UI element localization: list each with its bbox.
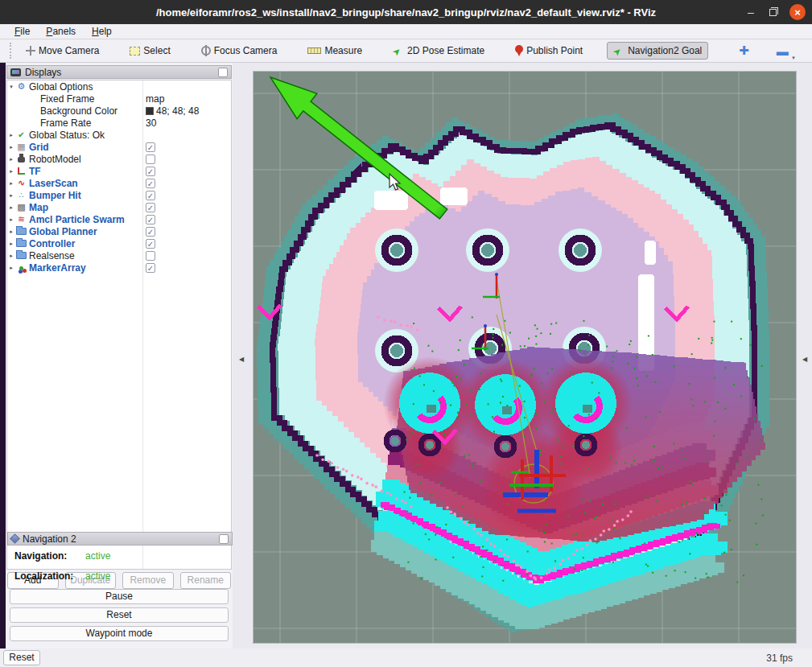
expander-icon[interactable]: ▸ [7,144,15,150]
nav2-panel-body: Navigation:activeLocalization:activePaus… [6,546,232,641]
amcl-icon [15,214,27,224]
display-row-bumper-hit[interactable]: ▸Bumper Hit✓ [7,189,231,201]
display-checkbox[interactable]: ✓ [146,167,155,176]
expander-icon[interactable]: ▸ [7,156,15,163]
display-label: Controller [27,238,75,249]
display-label: Background Color [39,105,117,117]
display-row-amcl-particle-swarm[interactable]: ▸Amcl Particle Swarm✓ [7,213,231,225]
displays-tree: ▾Global OptionsFixed FramemapBackground … [6,80,232,570]
menu-help[interactable]: Help [85,25,118,38]
toolbar-grip[interactable] [10,43,13,59]
nav2-panel-title: Navigation 2 [23,533,215,545]
tool-label-select: Select [143,45,170,56]
folder-icon [15,239,27,249]
folder-icon [15,251,27,261]
display-row-global-status-ok[interactable]: ▸Global Status: Ok [7,129,231,141]
right-collapse-handle[interactable]: ◀ [801,350,809,368]
tool-publish-point[interactable]: Publish Point [509,42,589,60]
value-text: map [146,93,164,105]
map-pin-icon [515,45,523,53]
expander-icon[interactable]: ▾ [7,84,15,90]
display-row-global-planner[interactable]: ▸Global Planner✓ [7,225,231,237]
expander-icon[interactable]: ▸ [7,265,15,271]
display-checkbox[interactable]: ✓ [146,239,155,249]
display-label: RobotModel [27,154,81,165]
time-reset-button[interactable]: Reset [3,650,40,665]
display-row-global-options[interactable]: ▾Global Options [7,80,231,93]
expander-icon[interactable]: ▸ [7,216,15,223]
focus-camera-icon [201,46,211,56]
folder-icon [15,227,27,237]
display-row-realsense[interactable]: ▸Realsense [7,249,231,261]
add-tool-button[interactable]: ✚ [739,43,749,58]
color-swatch [146,107,154,115]
property-value[interactable]: map [146,93,164,105]
left-collapse-handle[interactable]: ◀ [237,350,245,368]
status-label: Localization: [14,570,85,582]
tool-label-2d-pose-estimate: 2D Pose Estimate [407,45,484,56]
minimize-button[interactable]: – [745,8,756,16]
restore-button[interactable] [769,9,777,16]
display-checkbox[interactable]: ✓ [146,227,155,237]
expander-icon[interactable]: ▸ [7,168,15,175]
display-row-background-color[interactable]: Background Color48; 48; 48 [7,105,231,117]
markers-icon [15,263,27,273]
tool-move-camera[interactable]: Move Camera [19,42,105,60]
remove-tool-button[interactable]: ▬ ▾ [777,44,789,58]
tool-measure[interactable]: Measure [301,42,369,60]
display-row-markerarray[interactable]: ▸MarkerArray✓ [7,261,231,274]
display-checkbox[interactable]: ✓ [146,203,155,212]
close-button[interactable]: × [789,4,806,20]
tool-focus-camera[interactable]: Focus Camera [195,42,284,60]
measure-icon [307,47,321,54]
pause-button[interactable]: Pause [10,589,229,604]
robot-icon [15,154,27,164]
displays-icon [10,68,21,76]
display-checkbox[interactable]: ✓ [146,191,155,200]
expander-icon[interactable]: ▸ [7,192,15,199]
tool-label-focus-camera: Focus Camera [214,45,278,56]
display-row-robotmodel[interactable]: ▸RobotModel [7,153,231,165]
tool-caret-icon[interactable]: ▾ [792,55,795,61]
display-row-frame-rate[interactable]: Frame Rate30 [7,117,231,129]
displays-panel-header[interactable]: Displays [6,65,232,79]
nav2-panel-checkbox[interactable] [219,534,229,544]
display-checkbox[interactable]: ✓ [146,142,155,152]
display-label: Map [27,202,48,213]
tool-select[interactable]: Select [123,42,176,60]
nav2-panel-header[interactable]: Navigation 2 [7,532,233,546]
expander-icon[interactable]: ▸ [7,253,15,259]
display-row-laserscan[interactable]: ▸LaserScan✓ [7,177,231,189]
displays-panel-title: Displays [25,67,214,78]
display-row-tf[interactable]: ▸TF✓ [7,165,231,177]
display-label: TF [27,166,41,177]
menu-file[interactable]: File [8,25,36,38]
laser-icon [15,178,27,188]
reset-button[interactable]: Reset [10,607,229,623]
property-value[interactable]: 48; 48; 48 [146,105,199,117]
expander-icon[interactable]: ▸ [7,132,15,138]
display-row-grid[interactable]: ▸Grid✓ [7,141,231,153]
expander-icon[interactable]: ▸ [7,180,15,187]
display-row-map[interactable]: ▸Map✓ [7,201,231,213]
menu-panels[interactable]: Panels [39,25,82,38]
expander-icon[interactable]: ▸ [7,229,15,235]
display-checkbox[interactable] [146,154,155,164]
expander-icon[interactable]: ▸ [7,241,15,247]
displays-panel-checkbox[interactable] [218,68,228,77]
remove-tool-glyph: ▬ [777,44,789,58]
tool-navigation2-goal[interactable]: Navigation2 Goal [607,42,708,60]
grid-icon [15,142,27,152]
display-checkbox[interactable]: ✓ [146,215,155,224]
display-row-fixed-frame[interactable]: Fixed Framemap [7,93,231,105]
waypoint-mode-button[interactable]: Waypoint mode [10,626,229,641]
render-viewport[interactable] [253,71,797,644]
display-row-controller[interactable]: ▸Controller✓ [7,237,231,249]
tool-2d-pose-estimate[interactable]: 2D Pose Estimate [386,42,491,60]
nav2-costmap-scene[interactable] [253,72,797,644]
display-checkbox[interactable] [146,251,155,261]
display-checkbox[interactable]: ✓ [146,179,155,188]
property-value[interactable]: 30 [146,117,156,129]
expander-icon[interactable]: ▸ [7,204,15,211]
display-checkbox[interactable]: ✓ [146,263,155,273]
